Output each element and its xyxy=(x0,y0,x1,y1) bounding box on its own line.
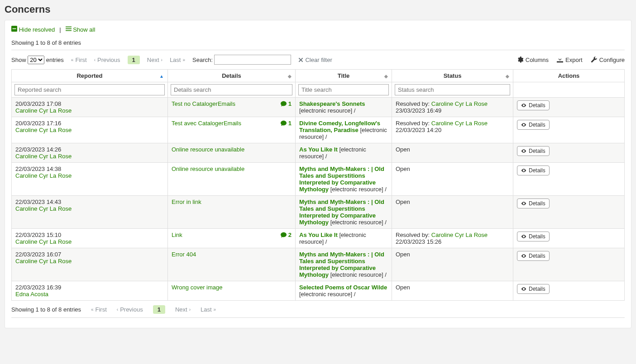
eye-icon xyxy=(521,286,526,292)
col-title[interactable]: Title◆ xyxy=(296,70,392,82)
reporter-link[interactable]: Caroline Cyr La Rose xyxy=(15,127,72,133)
title-link[interactable]: As You Like It xyxy=(299,146,338,153)
pager-current-bottom: 1 xyxy=(153,305,165,314)
col-reported[interactable]: Reported▲ xyxy=(12,70,168,82)
status-prefix: Resolved by: xyxy=(396,120,431,127)
details-link[interactable]: Test avec CatalogerEmails xyxy=(172,120,241,127)
reporter-link[interactable]: Caroline Cyr La Rose xyxy=(15,238,72,245)
details-button[interactable]: Details xyxy=(517,100,550,110)
reported-ts: 20/03/2023 17:08 xyxy=(15,100,61,107)
details-link[interactable]: Wrong cover image xyxy=(172,284,222,291)
title-link[interactable]: Selected Poems of Oscar Wilde xyxy=(299,284,387,291)
status-plain: Open xyxy=(396,251,410,258)
svg-rect-4 xyxy=(66,30,72,31)
x-icon xyxy=(298,57,303,62)
showing-text-top: Showing 1 to 8 of 8 entries xyxy=(11,39,625,46)
status-search-input[interactable] xyxy=(395,84,510,95)
configure-button[interactable]: Configure xyxy=(591,57,625,63)
col-details[interactable]: Details◆ xyxy=(168,70,296,82)
download-icon xyxy=(557,57,563,63)
table-row: 22/03/2023 14:43Caroline Cyr La RoseErro… xyxy=(12,196,625,229)
reported-ts: 20/03/2023 17:16 xyxy=(15,120,61,127)
reported-search-input[interactable] xyxy=(14,84,165,95)
title-link[interactable]: Shakespeare's Sonnets xyxy=(299,100,365,107)
status-plain: Open xyxy=(396,199,410,205)
details-button[interactable]: Details xyxy=(517,165,550,175)
details-button[interactable]: Details xyxy=(517,146,550,156)
details-link[interactable]: Test no CatalogerEmails xyxy=(172,100,235,107)
reporter-link[interactable]: Caroline Cyr La Rose xyxy=(15,153,72,160)
search-control: Search: xyxy=(192,55,291,65)
pager-next[interactable]: Next › xyxy=(147,57,163,63)
sort-icon: ◆ xyxy=(384,73,388,78)
reporter-link[interactable]: Caroline Cyr La Rose xyxy=(15,258,72,265)
details-button[interactable]: Details xyxy=(517,199,550,208)
length-select[interactable]: 20 xyxy=(28,56,44,64)
minus-square-icon xyxy=(11,26,17,32)
details-button[interactable]: Details xyxy=(517,120,550,130)
pager-first-bottom[interactable]: « First xyxy=(91,306,107,313)
comment-count: 1 xyxy=(281,100,292,107)
title-link[interactable]: As You Like It xyxy=(299,232,338,238)
pager-last-bottom[interactable]: Last » xyxy=(201,306,216,313)
list-icon xyxy=(66,26,72,32)
title-search-input[interactable] xyxy=(298,84,389,95)
columns-button[interactable]: Columns xyxy=(517,57,549,63)
status-plain: Open xyxy=(396,146,410,153)
details-button[interactable]: Details xyxy=(517,251,550,261)
resolver-link[interactable]: Caroline Cyr La Rose xyxy=(431,232,488,238)
export-button[interactable]: Export xyxy=(557,57,583,63)
details-link[interactable]: Error in link xyxy=(172,199,201,205)
reporter-link[interactable]: Edna Acosta xyxy=(15,291,48,298)
table-row: 22/03/2023 14:38Caroline Cyr La RoseOnli… xyxy=(12,163,625,196)
search-input[interactable] xyxy=(214,55,291,65)
hide-resolved-link[interactable]: Hide resolved xyxy=(11,26,55,33)
pager-prev-bottom[interactable]: ‹ Previous xyxy=(117,306,143,313)
status-prefix: Resolved by: xyxy=(396,100,431,107)
table-row: 20/03/2023 17:16Caroline Cyr La RoseTest… xyxy=(12,117,625,143)
gear-icon xyxy=(517,57,523,63)
show-all-link[interactable]: Show all xyxy=(66,26,96,33)
reported-ts: 22/03/2023 16:39 xyxy=(15,284,61,291)
details-search-input[interactable] xyxy=(171,84,292,95)
eye-icon xyxy=(521,253,526,259)
col-status[interactable]: Status◆ xyxy=(392,70,513,82)
details-button[interactable]: Details xyxy=(517,232,550,241)
pager-prev[interactable]: ‹ Previous xyxy=(94,57,120,63)
concerns-panel: Hide resolved | Show all Showing 1 to 8 … xyxy=(5,20,631,328)
page-title: Concerns xyxy=(5,4,631,15)
eye-icon xyxy=(521,201,526,206)
reporter-link[interactable]: Caroline Cyr La Rose xyxy=(15,205,72,212)
details-link[interactable]: Link xyxy=(172,232,182,238)
comment-count: 1 xyxy=(281,120,292,127)
pager-next-bottom[interactable]: Next › xyxy=(175,306,191,313)
title-extra: [electronic resource] / xyxy=(330,186,387,193)
status-ts: 23/03/2023 16:49 xyxy=(396,107,441,114)
table-row: 22/03/2023 14:26Caroline Cyr La RoseOnli… xyxy=(12,143,625,163)
resolver-link[interactable]: Caroline Cyr La Rose xyxy=(431,100,488,107)
svg-rect-3 xyxy=(66,28,72,29)
details-link[interactable]: Online resource unavailable xyxy=(172,165,244,172)
details-button[interactable]: Details xyxy=(517,284,550,294)
comment-count: 2 xyxy=(281,232,292,238)
length-control: Show 20 entries xyxy=(11,56,64,64)
status-prefix: Resolved by: xyxy=(396,232,431,238)
table-row: 22/03/2023 15:10Caroline Cyr La RoseLink… xyxy=(12,229,625,248)
details-link[interactable]: Error 404 xyxy=(172,251,196,258)
pager-first[interactable]: « First xyxy=(71,57,87,63)
eye-icon xyxy=(521,168,526,173)
details-link[interactable]: Online resource unavailable xyxy=(172,146,244,153)
clear-filter-link[interactable]: Clear filter xyxy=(298,57,332,63)
reported-ts: 22/03/2023 14:26 xyxy=(15,146,61,153)
show-all-label: Show all xyxy=(73,26,95,33)
title-extra: [electronic resource] / xyxy=(299,107,355,114)
show-label: Show xyxy=(11,57,26,63)
pager-last[interactable]: Last » xyxy=(170,57,185,63)
sort-icon: ◆ xyxy=(288,73,292,78)
resolver-link[interactable]: Caroline Cyr La Rose xyxy=(431,120,488,127)
reporter-link[interactable]: Caroline Cyr La Rose xyxy=(15,172,72,179)
table-row: 20/03/2023 17:08Caroline Cyr La RoseTest… xyxy=(12,98,625,117)
status-ts: 22/03/2023 14:20 xyxy=(396,127,441,133)
reported-ts: 22/03/2023 14:43 xyxy=(15,199,61,205)
reporter-link[interactable]: Caroline Cyr La Rose xyxy=(15,107,72,114)
